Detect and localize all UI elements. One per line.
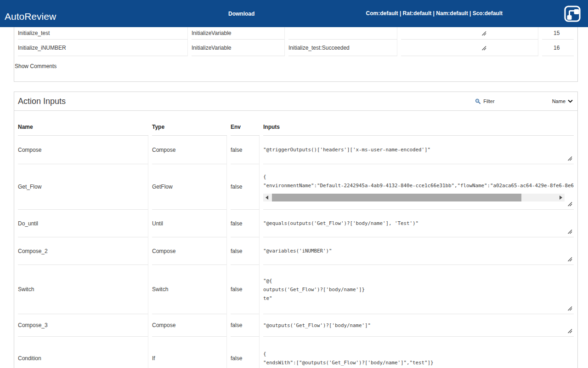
action-type: Compose — [152, 237, 227, 265]
horizontal-scrollbar[interactable] — [263, 194, 565, 201]
action-env: false — [231, 337, 260, 368]
column-header-env: Env — [231, 111, 260, 136]
actions-summary-panel: Initialize_testInitializeVariable15Initi… — [14, 27, 578, 82]
action-inputs-cell[interactable]: "@outputs('Get_Flow')?['body/name']" — [263, 314, 574, 337]
actions-summary-table: Initialize_testInitializeVariable15Initi… — [14, 27, 577, 56]
app-title: AutoReview — [5, 11, 56, 22]
resize-grip-icon[interactable] — [567, 257, 572, 262]
sort-select[interactable]: Name — [552, 98, 573, 104]
summary-action-name: Initialize_iNUMBER — [18, 40, 188, 56]
inputs-textarea[interactable]: "@equals(outputs('Get_Flow')?['body/name… — [263, 219, 574, 228]
action-env: false — [231, 136, 260, 164]
inputs-table-header-row: Name Type Env Inputs — [18, 111, 574, 136]
action-type: GetFlow — [152, 164, 227, 210]
column-header-type: Type — [152, 111, 227, 136]
action-type: Compose — [152, 314, 227, 337]
resize-grip-icon[interactable] — [567, 229, 572, 234]
section-title: Action Inputs — [18, 97, 66, 106]
action-inputs-cell[interactable]: "@triggerOutputs()['headers']['x-ms-user… — [263, 136, 574, 164]
action-env: false — [231, 164, 260, 210]
scroll-right-arrow[interactable] — [557, 194, 565, 201]
column-header-inputs: Inputs — [263, 111, 574, 136]
inputs-textarea[interactable]: "@{ outputs('Get_Flow')?['body/name']} t… — [263, 276, 574, 303]
app-header: AutoReview Download Com:default | Rat:de… — [0, 0, 588, 27]
resize-grip-icon[interactable] — [567, 306, 572, 311]
header-settings-summary: Com:default | Rat:default | Nam:default … — [366, 10, 503, 17]
action-inputs-cell[interactable]: "@equals(outputs('Get_Flow')?['body/name… — [263, 210, 574, 237]
action-type: Until — [152, 210, 227, 237]
scroll-left-arrow[interactable] — [263, 194, 271, 201]
main-content: Initialize_testInitializeVariable15Initi… — [14, 27, 578, 368]
action-type: Switch — [152, 265, 227, 314]
summary-action-type: InitializeVariable — [192, 27, 285, 40]
inputs-textarea[interactable]: { "endsWith":["@outputs('Get_Flow')?['bo… — [263, 350, 574, 367]
summary-row: Initialize_iNUMBERInitializeVariableInit… — [18, 40, 574, 56]
action-input-row: ConditionIffalse{ "endsWith":["@outputs(… — [18, 337, 574, 368]
summary-comment-textarea[interactable] — [401, 40, 538, 56]
scrollbar-thumb[interactable] — [272, 194, 521, 201]
download-link[interactable]: Download — [228, 11, 254, 17]
flow-connector-icon — [563, 4, 582, 23]
inputs-content: { "endsWith":["@outputs('Get_Flow')?['bo… — [263, 350, 574, 367]
summary-line-number: 15 — [542, 27, 574, 40]
resize-grip-icon[interactable] — [567, 156, 572, 161]
inputs-textarea[interactable]: { "environmentName":"Default-2242945a-4a… — [263, 172, 574, 190]
action-name: Compose_2 — [18, 237, 148, 265]
right-triangle-icon — [560, 196, 562, 200]
sort-selected-value: Name — [552, 98, 565, 104]
filter-label: Filter — [483, 98, 494, 104]
action-env: false — [231, 210, 260, 237]
resize-grip-icon[interactable] — [567, 328, 572, 334]
action-name: Compose — [18, 136, 148, 164]
action-type: Compose — [152, 136, 227, 164]
summary-action-name: Initialize_test — [18, 27, 188, 40]
inputs-content: "@variables('iNUMBER')" — [263, 247, 574, 255]
panel-gap — [14, 82, 578, 92]
action-inputs-table: Name Type Env Inputs ComposeComposefalse… — [14, 111, 577, 368]
inputs-content: "@equals(outputs('Get_Flow')?['body/name… — [263, 219, 574, 228]
resize-grip-icon[interactable] — [481, 31, 486, 36]
resize-grip-icon[interactable] — [567, 201, 572, 207]
inputs-content: "@outputs('Get_Flow')?['body/name']" — [263, 321, 574, 330]
action-inputs-panel: Action Inputs Filter Name Name Ty — [14, 92, 578, 368]
summary-action-type: InitializeVariable — [192, 40, 285, 56]
action-env: false — [231, 237, 260, 265]
scrollbar-track[interactable] — [271, 194, 557, 201]
action-env: false — [231, 314, 260, 337]
resize-grip-icon[interactable] — [481, 46, 486, 51]
action-input-row: Compose_3Composefalse"@outputs('Get_Flow… — [18, 314, 574, 337]
chevron-down-icon — [568, 99, 573, 103]
action-env: false — [231, 265, 260, 314]
filter-control[interactable]: Filter — [475, 98, 494, 104]
action-inputs-cell[interactable]: { "environmentName":"Default-2242945a-4a… — [263, 164, 574, 210]
action-name: Switch — [18, 265, 148, 314]
summary-run-after — [288, 27, 397, 40]
action-input-row: Get_FlowGetFlowfalse{ "environmentName":… — [18, 164, 574, 210]
action-input-row: SwitchSwitchfalse"@{ outputs('Get_Flow')… — [18, 265, 574, 314]
action-name: Condition — [18, 337, 148, 368]
action-type: If — [152, 337, 227, 368]
action-inputs-header: Action Inputs Filter Name — [14, 92, 577, 111]
action-inputs-cell[interactable]: "@variables('iNUMBER')" — [263, 237, 574, 265]
left-triangle-icon — [266, 196, 268, 200]
search-icon — [475, 98, 481, 104]
action-name: Do_until — [18, 210, 148, 237]
action-name: Compose_3 — [18, 314, 148, 337]
action-inputs-cell[interactable]: "@{ outputs('Get_Flow')?['body/name']} t… — [263, 265, 574, 314]
inputs-textarea[interactable]: "@outputs('Get_Flow')?['body/name']" — [263, 321, 574, 330]
action-name: Get_Flow — [18, 164, 148, 210]
summary-run-after: Initialize_test:Succeeded — [288, 40, 397, 56]
action-input-row: ComposeComposefalse"@triggerOutputs()['h… — [18, 136, 574, 164]
inputs-content: "@triggerOutputs()['headers']['x-ms-user… — [263, 145, 574, 154]
inputs-textarea[interactable]: "@variables('iNUMBER')" — [263, 247, 574, 255]
action-inputs-cell[interactable]: { "endsWith":["@outputs('Get_Flow')?['bo… — [263, 337, 574, 368]
inputs-textarea[interactable]: "@triggerOutputs()['headers']['x-ms-user… — [263, 145, 574, 154]
inputs-content: { "environmentName":"Default-2242945a-4a… — [263, 172, 574, 201]
inputs-content: "@{ outputs('Get_Flow')?['body/name']} t… — [263, 276, 574, 303]
action-input-row: Do_untilUntilfalse"@equals(outputs('Get_… — [18, 210, 574, 237]
action-input-row: Compose_2Composefalse"@variables('iNUMBE… — [18, 237, 574, 265]
summary-comment-textarea[interactable] — [401, 27, 538, 40]
show-comments-link[interactable]: Show Comments — [14, 56, 577, 81]
column-header-name: Name — [18, 111, 148, 136]
summary-line-number: 16 — [542, 40, 574, 56]
